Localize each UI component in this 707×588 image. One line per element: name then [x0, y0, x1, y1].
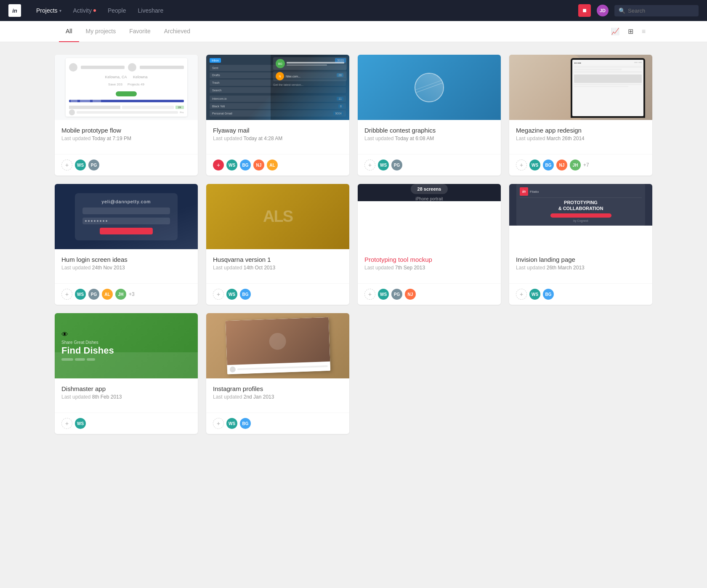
view-list-button[interactable]: ≡ — [639, 26, 648, 37]
card-footer: +WS — [55, 412, 198, 434]
member-avatar[interactable]: WS — [529, 289, 540, 300]
member-avatar[interactable]: JH — [115, 289, 126, 300]
card-updated: Last updated 2nd Jan 2013 — [213, 394, 343, 400]
card-footer: +WSBG — [206, 412, 349, 434]
member-avatar[interactable]: BG — [240, 289, 251, 300]
member-avatar[interactable]: PG — [88, 289, 99, 300]
card-footer: +WSPG — [55, 154, 198, 176]
add-member-button[interactable]: + — [213, 418, 224, 429]
member-avatar[interactable]: AL — [267, 160, 278, 170]
member-avatar[interactable]: WS — [378, 289, 389, 300]
main-content: Kelowna, CA Kelowna Save 203Projects 49 — [0, 42, 707, 447]
navbar-right: ■ JD 🔍 — [578, 4, 699, 17]
project-card[interactable]: in Filatio PROTOTYPING& COLLABORATION by… — [509, 184, 652, 305]
card-footer: +WSBG — [206, 283, 349, 305]
search-input[interactable] — [614, 5, 699, 16]
card-body: Flyaway mailLast updated Today at 4:28 A… — [206, 120, 349, 154]
nav-menu: Projects ▾ Activity People Liveshare — [31, 5, 568, 16]
card-updated: Last updated Today at 4:28 AM — [213, 136, 343, 141]
project-card[interactable]: Kelowna, CA Kelowna Save 203Projects 49 — [55, 55, 198, 176]
member-avatar[interactable]: JH — [570, 160, 581, 170]
add-member-button[interactable]: + — [364, 289, 375, 300]
member-avatar[interactable]: WS — [75, 289, 86, 300]
card-updated: Last updated 7th Sep 2013 — [364, 265, 494, 271]
search-icon: 🔍 — [619, 8, 625, 14]
tab-all[interactable]: All — [59, 21, 79, 42]
card-footer: +WSBGNJAL — [206, 154, 349, 176]
avatar[interactable]: JD — [596, 4, 609, 17]
tabs-left: All My projects Favorite Archieved — [59, 21, 609, 42]
card-updated: Last updated 26th March 2013 — [516, 265, 646, 271]
member-avatar[interactable]: AL — [102, 289, 113, 300]
project-card[interactable]: 28 screens iPhone portrait Prototyping t… — [358, 184, 501, 305]
member-extra-count: +7 — [583, 162, 589, 168]
tab-my-projects[interactable]: My projects — [79, 21, 123, 42]
add-member-button[interactable]: + — [61, 160, 72, 170]
project-card[interactable]: yeli@dannpetty.com Hum login screen i — [55, 184, 198, 305]
member-avatar[interactable]: WS — [378, 160, 389, 170]
card-body: Megazine app redesignLast updated March … — [509, 120, 652, 154]
add-member-button[interactable]: + — [364, 160, 375, 170]
add-member-button[interactable]: + — [213, 289, 224, 300]
card-footer: +WSPGALJH+3 — [55, 283, 198, 305]
projects-grid: Kelowna, CA Kelowna Save 203Projects 49 — [55, 55, 652, 434]
member-avatar[interactable]: WS — [226, 418, 237, 429]
card-title: Instagram profiles — [213, 385, 343, 392]
member-avatar[interactable]: WS — [75, 160, 86, 170]
member-avatar[interactable]: PG — [391, 289, 402, 300]
project-card[interactable]: ●● ●●● — [509, 55, 652, 176]
member-avatar[interactable]: WS — [529, 160, 540, 170]
view-grid-button[interactable]: ⊞ — [625, 26, 636, 37]
card-body: Mobile prototype flowLast updated Today … — [55, 120, 198, 154]
add-member-button[interactable]: + — [61, 418, 72, 429]
nav-activity[interactable]: Activity — [68, 5, 101, 16]
tab-archived[interactable]: Archieved — [157, 21, 197, 42]
nav-people[interactable]: People — [103, 5, 131, 16]
member-avatar[interactable]: BG — [543, 160, 554, 170]
card-updated: Last updated March 26th 2014 — [516, 136, 646, 141]
project-card[interactable]: 👁 Share Great Dishes Find Dishes Dishmas… — [55, 313, 198, 434]
project-card[interactable]: ALS Husqvarna version 1Last updated 14th… — [206, 184, 349, 305]
card-footer: +WSBGNJJH+7 — [509, 154, 652, 176]
card-body: Hum login screen ideasLast updated 24th … — [55, 249, 198, 283]
member-avatar[interactable]: WS — [226, 160, 237, 170]
add-member-button[interactable]: + — [213, 160, 224, 170]
user-avatar-stack[interactable]: JD — [596, 4, 609, 17]
app-logo[interactable]: in — [8, 4, 21, 17]
member-avatar[interactable]: BG — [240, 160, 251, 170]
card-updated: Last updated 24th Nov 2013 — [61, 265, 191, 271]
member-avatar[interactable]: PG — [88, 160, 99, 170]
card-updated: Last updated 8th Feb 2013 — [61, 394, 191, 400]
project-card[interactable]: Inbox 5033 Sent Drafts28 Trash Search In… — [206, 55, 349, 176]
card-body: Prototyping tool mockupLast updated 7th … — [358, 249, 501, 283]
member-avatar[interactable]: BG — [240, 418, 251, 429]
create-project-button[interactable]: ■ — [578, 4, 591, 17]
add-member-button[interactable]: + — [516, 289, 527, 300]
card-title: Dishmaster app — [61, 385, 191, 392]
member-avatar[interactable]: PG — [391, 160, 402, 170]
nav-projects[interactable]: Projects ▾ — [31, 5, 66, 16]
card-title: Husqvarna version 1 — [213, 256, 343, 263]
chevron-down-icon: ▾ — [59, 8, 61, 13]
member-avatar[interactable]: NJ — [556, 160, 567, 170]
nav-liveshare[interactable]: Liveshare — [133, 5, 169, 16]
card-footer: +WSPGNJ — [358, 283, 501, 305]
add-member-button[interactable]: + — [61, 289, 72, 300]
project-card[interactable]: Dribbble contest graphicsLast updated To… — [358, 55, 501, 176]
card-body: Husqvarna version 1Last updated 14th Oct… — [206, 249, 349, 283]
project-card[interactable]: Instagram profilesLast updated 2nd Jan 2… — [206, 313, 349, 434]
card-title: Dribbble contest graphics — [364, 127, 494, 134]
plus-icon: ■ — [582, 7, 587, 14]
member-extra-count: +3 — [129, 291, 135, 297]
member-avatar[interactable]: NJ — [405, 289, 416, 300]
view-chart-button[interactable]: 📈 — [609, 26, 622, 37]
tab-favorite[interactable]: Favorite — [122, 21, 157, 42]
member-avatar[interactable]: NJ — [253, 160, 264, 170]
add-member-button[interactable]: + — [516, 160, 527, 170]
member-avatar[interactable]: BG — [543, 289, 554, 300]
member-avatar[interactable]: WS — [226, 289, 237, 300]
card-title: Hum login screen ideas — [61, 256, 191, 263]
card-updated: Last updated 14th Oct 2013 — [213, 265, 343, 271]
card-body: Dishmaster appLast updated 8th Feb 2013 — [55, 378, 198, 412]
member-avatar[interactable]: WS — [75, 418, 86, 429]
